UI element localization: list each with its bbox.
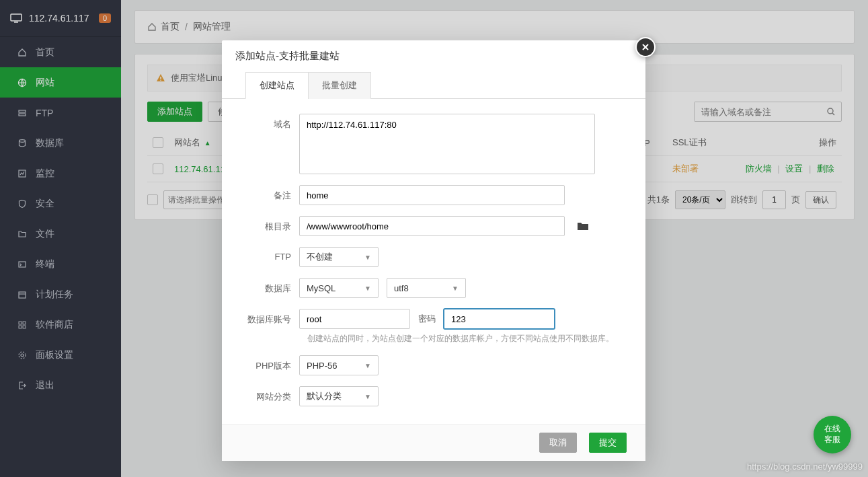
label-db-account: 数据库账号 <box>245 309 299 326</box>
label-password: 密码 <box>418 313 436 325</box>
charset-select[interactable]: utf8▼ <box>387 278 466 298</box>
domain-textarea[interactable]: http://112.74.61.117:80 <box>299 114 595 174</box>
cancel-button[interactable]: 取消 <box>539 433 577 453</box>
ftp-select[interactable]: 不创建▼ <box>299 247 379 267</box>
modal-footer: 取消 提交 <box>222 424 645 461</box>
label-domain: 域名 <box>245 114 299 131</box>
label-database: 数据库 <box>245 278 299 295</box>
watermark: https://blog.csdn.net/yw99999 <box>747 462 863 472</box>
close-icon[interactable] <box>635 37 656 57</box>
tab-create-site[interactable]: 创建站点 <box>245 72 309 99</box>
chevron-down-icon: ▼ <box>364 254 371 261</box>
chevron-down-icon: ▼ <box>364 393 371 400</box>
chevron-down-icon: ▼ <box>364 362 371 369</box>
note-input[interactable] <box>299 185 565 205</box>
online-help-button[interactable]: 在线 客服 <box>814 416 851 453</box>
chevron-down-icon: ▼ <box>452 285 459 292</box>
db-account-input[interactable] <box>299 309 410 329</box>
modal-title: 添加站点-支持批量建站 <box>222 40 645 72</box>
submit-button[interactable]: 提交 <box>589 433 627 453</box>
php-version-select[interactable]: PHP-56▼ <box>299 355 379 375</box>
label-root: 根目录 <box>245 216 299 233</box>
modal-tabs: 创建站点 批量创建 <box>222 72 645 99</box>
root-input[interactable] <box>299 216 565 236</box>
category-select[interactable]: 默认分类▼ <box>299 386 379 406</box>
database-select[interactable]: MySQL▼ <box>299 278 379 298</box>
db-password-input[interactable] <box>444 309 555 329</box>
label-category: 网站分类 <box>245 386 299 403</box>
folder-browse-icon[interactable] <box>577 221 589 231</box>
add-site-modal: 添加站点-支持批量建站 创建站点 批量创建 域名 http://112.74.6… <box>222 40 645 461</box>
label-php-version: PHP版本 <box>245 355 299 372</box>
label-ftp: FTP <box>245 247 299 262</box>
chevron-down-icon: ▼ <box>364 285 371 292</box>
label-note: 备注 <box>245 185 299 202</box>
modal-body: 域名 http://112.74.61.117:80 备注 根目录 FTP 不创… <box>222 99 645 424</box>
db-hint-text: 创建站点的同时，为站点创建一个对应的数据库帐户，方便不同站点使用不同数据库。 <box>307 333 622 344</box>
tab-batch-create[interactable]: 批量创建 <box>308 72 371 99</box>
